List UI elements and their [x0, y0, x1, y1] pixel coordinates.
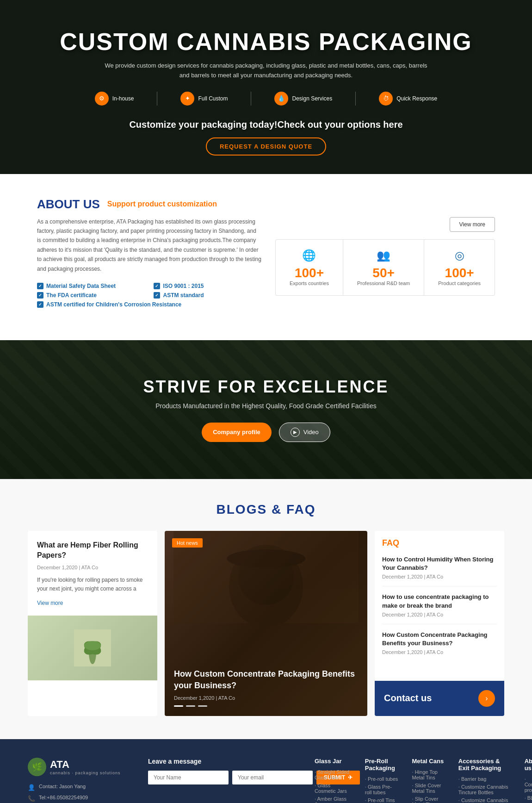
cert-item-3: ✓ The FDA certificate — [37, 292, 144, 299]
faq-item-2[interactable]: How to use concentrate packaging to make… — [382, 593, 497, 624]
footer-logo-area: 🌿 ATA cannabis · packaging solutions 👤 C… — [28, 758, 130, 803]
cert-check-icon-5: ✓ — [37, 301, 43, 308]
footer-right: Leave a message SUBMIT ✈ Glass Jar Strai… — [148, 758, 532, 803]
cert-item-4: ✓ ASTM standard — [154, 292, 261, 299]
footer-nav-preroll: Pre-Roll Packaging Pre-roll tubes Glass … — [365, 758, 398, 803]
design-quote-button[interactable]: REQUEST A DESIGN QUOTE — [206, 137, 326, 156]
view-more-button[interactable]: View more — [450, 217, 495, 232]
footer-nav-about: About us Company profile BLOG FAQ — [525, 758, 532, 803]
nav-link-company-profile[interactable]: Company profile — [525, 776, 532, 793]
footer-nav-accessories: Accessories & Exit Packaging Barrier bag… — [458, 758, 511, 803]
divider3 — [355, 92, 356, 106]
about-main: As a comprehensive enterprise, ATA Packa… — [37, 217, 261, 317]
quick-icon: ⏱ — [379, 92, 393, 106]
contact-us-card[interactable]: Contact us › — [375, 681, 504, 716]
footer-nav-columns: Glass Jar Straight Sided Glass Jars Glas… — [315, 758, 532, 803]
divider — [157, 92, 157, 106]
nav-link-straight-sided[interactable]: Straight Sided Glass Jars — [315, 769, 351, 780]
footer: 🌿 ATA cannabis · packaging solutions 👤 C… — [0, 739, 532, 803]
logo-subtitle: cannabis · packaging solutions — [50, 771, 121, 775]
footer-name-input[interactable] — [148, 771, 229, 784]
play-icon: ▶ — [291, 428, 300, 437]
stats-row: 🌐 100+ Exports countries 👥 50+ Professio… — [275, 239, 495, 296]
hero-feature-inhouse: ⚙ In-house — [95, 92, 134, 106]
design-icon: 💧 — [274, 92, 288, 106]
blog-left-image — [28, 616, 157, 680]
contact-us-text: Contact us — [384, 693, 432, 703]
video-button[interactable]: ▶ Video — [279, 423, 330, 442]
cert-label-5: ASTM certified for Children's Corrosion … — [46, 301, 181, 308]
nav-link-slide-cover[interactable]: Slide Cover Metal Tins — [412, 783, 445, 794]
footer-email-input[interactable] — [232, 771, 313, 784]
stat-exports-number: 100+ — [290, 266, 329, 280]
categories-icon: ◎ — [438, 249, 481, 262]
hero-subtitle: We provide custom design services for ca… — [104, 61, 428, 81]
about-stats-column: View more 🌐 100+ Exports countries 👥 50+… — [275, 217, 495, 317]
excellence-subtitle: Products Manufactured in the Highest Qua… — [155, 402, 377, 410]
hero-cta-section: Customize your packaging today!Check out… — [129, 119, 402, 156]
nav-link-hinge-top[interactable]: Hinge Top Metal Tins — [412, 769, 445, 780]
blogs-section: BLOGS & FAQ What are Hemp Fiber Rolling … — [0, 479, 532, 739]
hero-cta-text: Customize your packaging today!Check out… — [129, 119, 402, 130]
hero-section: CUSTOM CANNABIS PACKAGING We provide cus… — [0, 0, 532, 174]
dot-2 — [186, 705, 195, 707]
blog-left-excerpt: If you're looking for rolling papers to … — [37, 576, 148, 593]
blog-card-left: What are Hemp Fiber Rolling Papers? Dece… — [28, 531, 157, 716]
contact-phone-text: Tel:+86.05082254909 — [39, 795, 88, 800]
footer-contact-phone: 📞 Tel:+86.05082254909 — [28, 795, 130, 802]
hero-feature-quick: ⏱ Quick Response — [379, 92, 437, 106]
faq-item-3[interactable]: How Custom Concentrate Packaging Benefit… — [382, 631, 497, 661]
hero-title: CUSTOM CANNABIS PACKAGING — [60, 28, 472, 56]
cert-label-3: The FDA certificate — [46, 292, 97, 299]
footer-form-area: Leave a message SUBMIT ✈ — [148, 758, 305, 803]
divider2 — [251, 92, 251, 106]
stat-rnd-number: 50+ — [357, 266, 410, 280]
inhouse-icon: ⚙ — [95, 92, 109, 106]
footer-nav-metal-cans: Metal Cans Hinge Top Metal Tins Slide Co… — [412, 758, 445, 803]
nav-link-blog[interactable]: BLOG — [525, 795, 532, 801]
cert-label-4: ASTM standard — [163, 292, 204, 299]
nav-link-tincture[interactable]: Customize Cannabis Tincture Bottles — [458, 784, 511, 795]
blog-card-right: FAQ How to Control Humidity When Storing… — [375, 531, 504, 716]
footer-contact-name: 👤 Contact: Jason Yang — [28, 784, 130, 791]
blog-center-meta: December 1,2020 | ATA Co — [174, 695, 358, 701]
footer-logo: 🌿 ATA cannabis · packaging solutions — [28, 758, 130, 776]
nav-link-preroll-tins[interactable]: Pre-roll Tins — [365, 797, 398, 803]
logo-text: ATA — [50, 759, 121, 771]
svg-point-8 — [238, 549, 294, 605]
blogs-title: BLOGS & FAQ — [28, 502, 504, 517]
blog-left-viewmore[interactable]: View more — [37, 600, 63, 606]
blog-card-center[interactable]: Hot news How Custom Concentrate Packagin… — [165, 531, 367, 716]
contact-name-text: Contact: Jason Yang — [39, 784, 86, 789]
nav-link-paper-boxes[interactable]: Customize Cannabis Paper Boxes — [458, 797, 511, 803]
cert-check-icon-3: ✓ — [37, 292, 43, 299]
nav-link-slip-cover[interactable]: Slip Cover Metal Tins — [412, 796, 445, 803]
video-label: Video — [303, 429, 319, 436]
nav-link-amber[interactable]: Amber Glass Jars — [315, 796, 351, 803]
preroll-heading: Pre-Roll Packaging — [365, 758, 398, 772]
about-title: ABOUT US — [37, 197, 100, 212]
excellence-title: STRIVE FOR EXCELLENCE — [143, 377, 389, 397]
quick-label: Quick Response — [396, 95, 437, 102]
logo-icon: 🌿 — [28, 758, 46, 776]
nav-link-glass-preroll[interactable]: Glass Pre-roll tubes — [365, 784, 398, 795]
hero-feature-design: 💧 Design Services — [274, 92, 332, 106]
nav-link-preroll-tubes[interactable]: Pre-roll tubes — [365, 776, 398, 782]
person-icon: 👤 — [28, 784, 35, 791]
faq-item-3-title: How Custom Concentrate Packaging Benefit… — [382, 631, 497, 647]
stat-rnd: 👥 50+ Professional R&D team — [343, 240, 424, 295]
faq-item-1[interactable]: How to Control Humidity When Storing You… — [382, 555, 497, 586]
faq-title: FAQ — [382, 538, 497, 548]
svg-point-4 — [84, 641, 101, 650]
about-subtitle: Support product customization — [107, 200, 217, 208]
footer-top: 🌿 ATA cannabis · packaging solutions 👤 C… — [28, 758, 504, 803]
nav-link-barrier-bag[interactable]: Barrier bag — [458, 776, 511, 782]
contact-arrow-button[interactable]: › — [478, 690, 495, 707]
hot-news-badge: Hot news — [172, 538, 203, 548]
inhouse-label: In-house — [112, 95, 134, 102]
nav-link-cosmetic[interactable]: Glass Cosmetic Jars — [315, 783, 351, 794]
company-profile-button[interactable]: Company profile — [202, 423, 272, 442]
stat-products-number: 100+ — [438, 266, 481, 280]
cannabis-illustration — [74, 629, 111, 666]
design-label: Design Services — [292, 95, 332, 102]
